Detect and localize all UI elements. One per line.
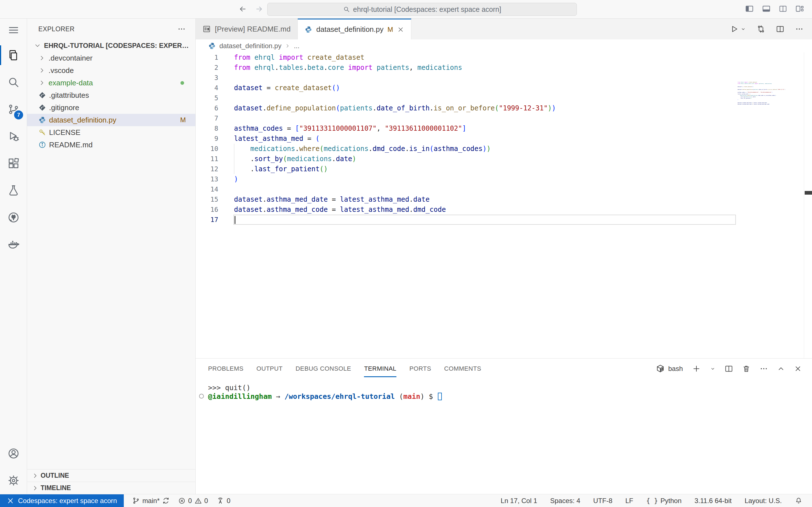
- status-problems[interactable]: 00: [178, 497, 208, 505]
- code-line-3[interactable]: 3: [196, 73, 812, 83]
- tab-label: [Preview] README.md: [215, 25, 291, 34]
- toggle-panel-left-icon[interactable]: [745, 4, 754, 13]
- section-timeline[interactable]: TIMELINE: [27, 482, 195, 494]
- activity-extensions[interactable]: [0, 150, 27, 177]
- tree-item-readme-md[interactable]: README.md: [27, 138, 195, 151]
- activity-menu[interactable]: [0, 18, 27, 42]
- chevron-down-icon[interactable]: [741, 26, 746, 32]
- code-editor[interactable]: 1from ehrql import create_dataset2from e…: [196, 52, 812, 358]
- panel-tab-comments[interactable]: COMMENTS: [444, 358, 481, 379]
- status-text: 0: [227, 497, 231, 505]
- code-line-5[interactable]: 5: [196, 93, 812, 103]
- tab-dataset-definition-py[interactable]: dataset_definition.pyM: [298, 18, 412, 40]
- panel-tab-ports[interactable]: PORTS: [409, 358, 431, 379]
- tree-item--devcontainer[interactable]: .devcontainer: [27, 52, 195, 64]
- status-branch[interactable]: main*: [132, 497, 170, 505]
- code-line-15[interactable]: 15dataset.asthma_med_date = latest_asthm…: [196, 194, 812, 205]
- panel-tab-debug-console[interactable]: DEBUG CONSOLE: [296, 358, 351, 379]
- activity-accounts[interactable]: [0, 440, 27, 467]
- code-line-4[interactable]: 4dataset = create_dataset(): [196, 83, 812, 93]
- code-line-2[interactable]: 2from ehrql.tables.beta.core import pati…: [196, 62, 812, 73]
- activity-source-control[interactable]: 7: [0, 96, 27, 123]
- activity-explorer[interactable]: [0, 42, 27, 69]
- breadcrumb-tail[interactable]: ...: [294, 42, 299, 50]
- code-line-12[interactable]: 12 .last_for_patient(): [196, 164, 812, 174]
- extensions-icon: [7, 157, 20, 170]
- status-language-mode[interactable]: { }Python: [646, 497, 681, 505]
- tree-item-label: dataset_definition.py: [49, 116, 116, 124]
- toggle-layout-icon[interactable]: [795, 4, 804, 13]
- more-actions-icon[interactable]: [177, 25, 186, 33]
- code-line-13[interactable]: 13): [196, 174, 812, 184]
- activity-run-debug[interactable]: [0, 123, 27, 150]
- more-actions-icon[interactable]: [795, 25, 804, 33]
- tree-item--vscode[interactable]: .vscode: [27, 64, 195, 76]
- toggle-split-editor-icon[interactable]: [779, 4, 787, 13]
- close-icon[interactable]: [397, 26, 404, 33]
- status-eol[interactable]: LF: [625, 497, 633, 505]
- close-panel-icon[interactable]: [794, 365, 802, 373]
- activity-settings[interactable]: [0, 467, 27, 494]
- forward-arrow-icon[interactable]: [255, 5, 263, 13]
- code-line-14[interactable]: 14: [196, 184, 812, 194]
- status-cursor-position[interactable]: Ln 17, Col 1: [501, 497, 537, 505]
- open-changes-icon[interactable]: [757, 25, 765, 33]
- code-line-9[interactable]: 9latest_asthma_med = (: [196, 133, 812, 144]
- code-line-11[interactable]: 11 .sort_by(medications.date): [196, 154, 812, 164]
- status-keyboard-layout[interactable]: Layout: U.S.: [745, 497, 782, 505]
- line-number: 17: [196, 215, 227, 225]
- layout-controls: [745, 4, 804, 13]
- run-python-file-button[interactable]: [730, 25, 746, 33]
- minimap[interactable]: from ehrql import create_datasetfrom ehr…: [738, 82, 785, 118]
- back-arrow-icon[interactable]: [239, 5, 247, 13]
- split-terminal-icon[interactable]: [725, 364, 733, 373]
- status-encoding[interactable]: UTF-8: [593, 497, 612, 505]
- code-line-7[interactable]: 7: [196, 113, 812, 123]
- code-line-1[interactable]: 1from ehrql import create_dataset: [196, 52, 812, 62]
- terminal-instance[interactable]: $ bash: [656, 364, 683, 373]
- terminal-dropdown-icon[interactable]: [710, 366, 716, 372]
- line-number: 10: [196, 144, 227, 154]
- section-outline[interactable]: OUTLINE: [27, 469, 195, 482]
- line-number: 6: [196, 103, 227, 113]
- panel-tab-terminal[interactable]: TERMINAL: [364, 358, 396, 379]
- code-line-10[interactable]: 10 medications.where(medications.dmd_cod…: [196, 144, 812, 154]
- status-indentation[interactable]: Spaces: 4: [550, 497, 580, 505]
- breadcrumb[interactable]: dataset_definition.py ...: [196, 40, 812, 52]
- tree-root-label: EHRQL-TUTORIAL [CODESPACES: EXPERT SPA..…: [44, 42, 191, 50]
- maximize-panel-icon[interactable]: [777, 365, 785, 373]
- status-notifications[interactable]: [795, 497, 802, 504]
- tree-item--gitattributes[interactable]: .gitattributes: [27, 89, 195, 101]
- tree-item-dataset-definition-py[interactable]: dataset_definition.pyM: [27, 114, 195, 126]
- activity-testing[interactable]: [0, 177, 27, 204]
- panel-tab-output[interactable]: OUTPUT: [256, 358, 283, 379]
- modified-badge: M: [180, 116, 186, 124]
- more-actions-icon[interactable]: [760, 364, 768, 373]
- toggle-panel-bottom-icon[interactable]: [762, 4, 771, 13]
- command-decoration[interactable]: [199, 394, 204, 399]
- new-terminal-icon[interactable]: [692, 364, 701, 373]
- modified-badge: M: [388, 25, 393, 34]
- breadcrumb-file[interactable]: dataset_definition.py: [219, 42, 282, 50]
- tab--preview-readme-md[interactable]: [Preview] README.md: [196, 18, 298, 40]
- split-editor-icon[interactable]: [776, 25, 784, 33]
- activity-github[interactable]: [0, 204, 27, 231]
- shell-label: bash: [668, 365, 683, 373]
- activity-docker[interactable]: [0, 231, 27, 258]
- panel-tab-problems[interactable]: PROBLEMS: [208, 358, 243, 379]
- tree-item-license[interactable]: LICENSE: [27, 126, 195, 138]
- status-forwarded-ports[interactable]: 0: [216, 497, 231, 505]
- kill-terminal-icon[interactable]: [742, 364, 751, 373]
- status-python-interpreter[interactable]: 3.11.6 64-bit: [695, 497, 732, 505]
- code-line-16[interactable]: 16dataset.asthma_med_code = latest_asthm…: [196, 205, 812, 215]
- code-line-8[interactable]: 8asthma_codes = ["39113311000001107", "3…: [196, 123, 812, 133]
- code-text: from ehrql.tables.beta.core import patie…: [227, 62, 462, 73]
- tree-item-example-data[interactable]: example-data: [27, 76, 195, 89]
- terminal-output[interactable]: >>> quit()@iaindillingham → /workspaces/…: [196, 379, 812, 401]
- status-codespaces-remote[interactable]: Codespaces: expert space acorn: [0, 494, 124, 507]
- command-center-search[interactable]: ehrql-tutorial [Codespaces: expert space…: [267, 3, 577, 16]
- activity-search[interactable]: [0, 69, 27, 96]
- tree-item--gitignore[interactable]: .gitignore: [27, 101, 195, 114]
- code-line-6[interactable]: 6dataset.define_population(patients.date…: [196, 103, 812, 113]
- tree-root-folder[interactable]: EHRQL-TUTORIAL [CODESPACES: EXPERT SPA..…: [27, 40, 195, 52]
